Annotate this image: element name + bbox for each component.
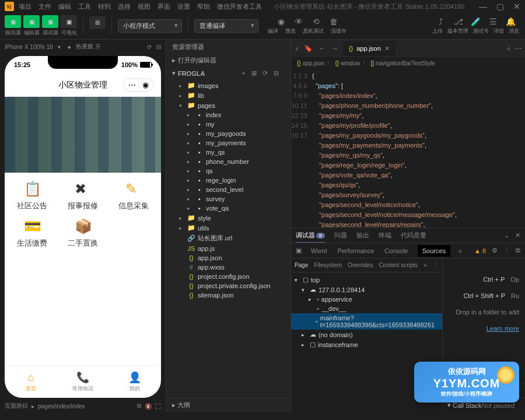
tree-sitemap.json[interactable]: {}sitemap.json: [166, 290, 290, 300]
upload-icon[interactable]: ⤴: [436, 17, 446, 26]
test-icon[interactable]: 🧪: [471, 17, 481, 26]
clear-cache-icon[interactable]: 🗑: [328, 17, 339, 26]
hot-reload-label[interactable]: 热重载 开: [76, 43, 101, 51]
subtab-more-icon[interactable]: »: [424, 262, 427, 268]
menu-编辑[interactable]: 编辑: [58, 2, 71, 11]
tree-qs[interactable]: ▸▪qs: [166, 166, 290, 176]
capsule-close-icon[interactable]: ◉: [142, 80, 149, 89]
split-editor-icon[interactable]: ⫞: [506, 44, 510, 52]
menu-界面[interactable]: 界面: [158, 2, 170, 11]
page-path[interactable]: pages/index/index: [38, 403, 85, 410]
tree-rege_login[interactable]: ▸▪rege_login: [166, 176, 290, 185]
collapse-icon[interactable]: ⊟: [274, 69, 279, 77]
src-__dev__[interactable]: ▫__dev__: [291, 304, 442, 313]
tree-survey[interactable]: ▸▪survey: [166, 194, 290, 204]
subtab-Content scripts[interactable]: Content scripts: [379, 262, 418, 268]
subtab-Page[interactable]: Page: [295, 262, 308, 268]
remote-debug-icon[interactable]: ⟲: [311, 17, 321, 26]
grid-item-2[interactable]: ✎信息采集: [110, 181, 158, 211]
menu-视图[interactable]: 视图: [138, 2, 150, 11]
mode-select[interactable]: 小程序模式: [118, 19, 182, 33]
details-icon[interactable]: ☰: [488, 17, 499, 26]
expand-icon[interactable]: ⛶: [155, 403, 161, 410]
tree-app.wxss[interactable]: #app.wxss: [166, 262, 290, 272]
menu-文件[interactable]: 文件: [38, 2, 51, 11]
tab-我的[interactable]: 👤我的: [109, 366, 161, 398]
editor-tab-appjson[interactable]: {} app.json ✕: [343, 41, 396, 56]
tree-index[interactable]: ▸▪index: [166, 110, 290, 120]
close-icon[interactable]: ✕: [513, 2, 520, 11]
new-folder-icon[interactable]: ⊞: [251, 69, 257, 77]
tree-my[interactable]: ▸▪my: [166, 120, 290, 129]
debugger-toggle[interactable]: ▣: [42, 15, 58, 28]
devtools-overflow-icon[interactable]: »: [459, 247, 462, 254]
tree-my_qs[interactable]: ▸▪my_qs: [166, 148, 290, 157]
layout-icon[interactable]: ⊞: [89, 16, 106, 29]
compile-select[interactable]: 普通编译: [194, 19, 258, 33]
menu-转到[interactable]: 转到: [98, 2, 111, 11]
tree-style[interactable]: ▸📁style: [166, 213, 290, 223]
menu-帮助[interactable]: 帮助: [197, 2, 210, 11]
menu-微信开发者工具[interactable]: 微信开发者工具: [217, 2, 262, 11]
devtools-more-icon[interactable]: ⋮: [503, 247, 510, 254]
src-(no domain)[interactable]: ▸☁(no domain): [291, 330, 442, 340]
device-label[interactable]: iPhone X 100% 16: [5, 44, 53, 50]
devtools-tab-Wxml[interactable]: Wxml: [310, 245, 328, 257]
mute-icon[interactable]: 🔇: [145, 403, 152, 410]
bottom-tab-代码质量[interactable]: 代码质量: [401, 229, 426, 242]
rotate-icon[interactable]: ⟳: [147, 44, 152, 50]
devtools-tab-Sources[interactable]: Sources: [418, 245, 450, 257]
tree-vote_qa[interactable]: ▸▪vote_qa: [166, 204, 290, 213]
dock-icon[interactable]: ⧉: [516, 247, 520, 254]
panel-collapse-icon[interactable]: ⌄: [504, 232, 509, 239]
tree-app.js[interactable]: JSapp.js: [166, 244, 290, 253]
tab-close-icon[interactable]: ✕: [384, 45, 390, 52]
tree-lib[interactable]: ▸📁lib: [166, 90, 290, 100]
bottom-tab-终端[interactable]: 终端: [379, 229, 391, 242]
tree-pages[interactable]: ▾📁pages: [166, 100, 290, 110]
src-mainframe?t=1659338488398&cts=1659338488261[interactable]: ▫mainframe?t=1659338488398&cts=165933848…: [291, 313, 442, 330]
src-instanceframe[interactable]: ▸▢instanceframe: [291, 340, 442, 349]
tree-phone_number[interactable]: ▸▪phone_number: [166, 157, 290, 166]
back-icon[interactable]: ←: [318, 44, 326, 52]
tree-utils[interactable]: ▸📁utils: [166, 223, 290, 233]
tree-second_level[interactable]: ▸▪second_level: [166, 185, 290, 194]
devtools-tab-Console[interactable]: Console: [383, 245, 409, 257]
grid-item-4[interactable]: 📦二手置换: [59, 218, 106, 249]
callstack-label[interactable]: Call Stack: [453, 402, 482, 409]
message-icon[interactable]: 🔔: [506, 17, 516, 26]
open-editors-section[interactable]: ▸打开的编辑器: [166, 54, 290, 67]
settings-icon[interactable]: ⚙: [492, 247, 498, 254]
tree-project.config.json[interactable]: {}project.config.json: [166, 272, 290, 281]
tab-首页[interactable]: ⌂首页: [5, 366, 57, 398]
editor-toggle[interactable]: ▣: [23, 15, 40, 28]
panel-close-icon[interactable]: ✕: [515, 232, 520, 239]
compile-icon[interactable]: ◉: [276, 17, 286, 26]
subtab-Filesystem[interactable]: Filesystem: [314, 262, 342, 268]
menu-选择[interactable]: 选择: [118, 2, 131, 11]
version-icon[interactable]: ⎇: [453, 17, 464, 26]
menu-工具[interactable]: 工具: [78, 2, 91, 11]
devtools-tab-Performance[interactable]: Performance: [336, 245, 375, 257]
new-file-icon[interactable]: +: [242, 69, 245, 77]
breadcrumb-1[interactable]: {} window: [335, 60, 360, 66]
bottom-tab-问题[interactable]: 问题: [334, 229, 347, 242]
maximize-icon[interactable]: ▢: [496, 2, 504, 11]
src-top[interactable]: ▾▢top: [291, 275, 442, 285]
breadcrumb-0[interactable]: {} app.json: [297, 60, 325, 66]
tree-站长图库.url[interactable]: 🔗站长图库.url: [166, 233, 290, 244]
src-127.0.0.1:28414[interactable]: ▾☁127.0.0.1:28414: [291, 285, 442, 295]
capsule-menu-icon[interactable]: ⋯: [128, 80, 136, 89]
preview-icon[interactable]: 👁: [293, 17, 304, 26]
grid-item-3[interactable]: 💳生活缴费: [8, 218, 55, 249]
bookmark-icon[interactable]: 🔖: [304, 44, 313, 52]
tree-my_paygoods[interactable]: ▸▪my_paygoods: [166, 129, 290, 138]
bottom-tab-调试器[interactable]: 调试器8: [296, 229, 325, 243]
tree-images[interactable]: ▸📁images: [166, 80, 290, 90]
visual-toggle[interactable]: ▣: [61, 15, 77, 28]
refresh-icon[interactable]: ⟳: [262, 69, 268, 77]
simulator-toggle[interactable]: ▣: [5, 15, 21, 28]
inspect-icon[interactable]: ▣: [296, 247, 302, 254]
menu-设置[interactable]: 设置: [177, 2, 190, 11]
outline-section[interactable]: ▸ 大纲: [166, 398, 290, 412]
